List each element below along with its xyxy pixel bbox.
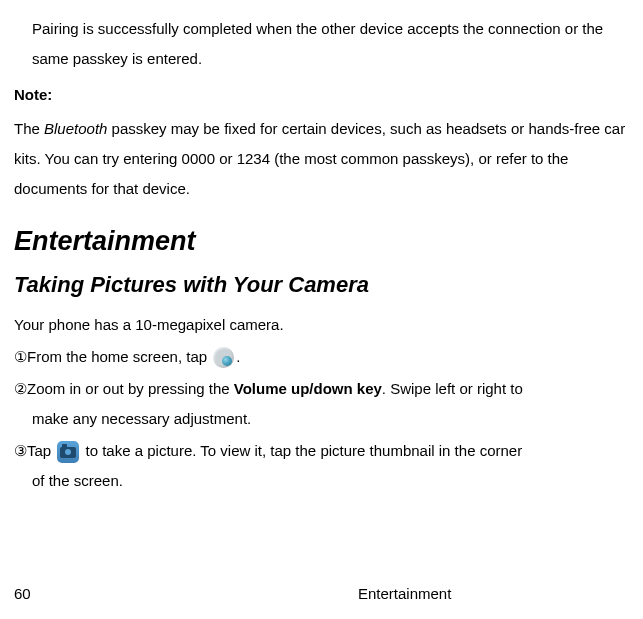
camera-intro: Your phone has a 10-megapixel camera. — [14, 310, 639, 340]
step-1: ①From the home screen, tap . — [14, 342, 639, 372]
note-word: Note — [14, 86, 47, 103]
footer-section-label: Entertainment — [324, 586, 451, 601]
subsection-title-camera: Taking Pictures with Your Camera — [14, 271, 639, 300]
note-body: The Bluetooth passkey may be fixed for c… — [14, 114, 639, 204]
note-colon: : — [47, 86, 52, 103]
note-bluetooth-word: Bluetooth — [44, 120, 107, 137]
section-title-entertainment: Entertainment — [14, 224, 639, 259]
note-prefix: The — [14, 120, 44, 137]
step-2: ②Zoom in or out by pressing the Volume u… — [14, 374, 639, 434]
note-label: Note: — [14, 80, 639, 110]
step2-line2: make any necessary adjustment. — [14, 404, 639, 434]
camera-shutter-icon — [57, 441, 79, 463]
step2-text-a: Zoom in or out by pressing the — [27, 380, 234, 397]
step3-line2: of the screen. — [14, 466, 639, 496]
step1-number: ① — [14, 348, 27, 365]
step3-text-a: Tap — [27, 442, 55, 459]
step2-number: ② — [14, 380, 27, 397]
step2-text-b: . Swipe left or right to — [382, 380, 523, 397]
step1-text: From the home screen, tap — [27, 348, 211, 365]
step3-number: ③ — [14, 442, 27, 459]
step1-period: . — [236, 348, 240, 365]
step-3: ③Tap to take a picture. To view it, tap … — [14, 436, 639, 496]
camera-app-icon — [213, 347, 234, 368]
step2-bold-key: Volume up/down key — [234, 380, 382, 397]
page-footer: 60 Entertainment — [14, 586, 639, 601]
page-number: 60 — [14, 586, 324, 601]
pairing-complete-text: Pairing is successfully completed when t… — [14, 14, 639, 74]
step3-text-b: to take a picture. To view it, tap the p… — [81, 442, 522, 459]
